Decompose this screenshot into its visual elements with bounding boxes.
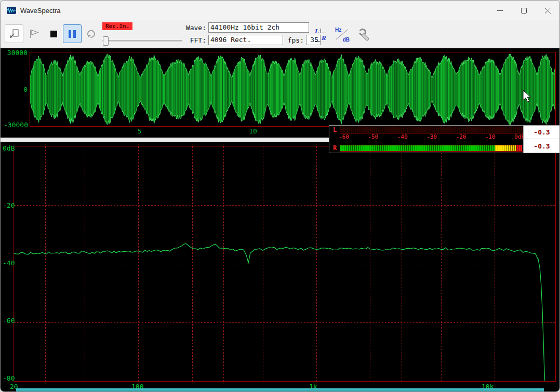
lr-display-button[interactable]: L R — [312, 25, 331, 44]
lr-l-label: L — [315, 27, 319, 35]
wave-x-label-10s: 10 — [247, 127, 259, 135]
meter-values: -0.3 -0.3 — [523, 126, 560, 153]
waveform-panel: 30000 0 -30000 5 10 — [1, 48, 560, 138]
meter-scale-tick: -30 — [426, 133, 437, 140]
play-flag-icon — [28, 28, 39, 39]
spec-y-label-80: -80 — [3, 374, 15, 382]
stop-icon — [50, 31, 57, 37]
wave-format-field[interactable]: 44100Hz 16bit 2ch — [208, 22, 309, 33]
wave-y-label-zero: 0 — [4, 86, 28, 93]
meter-scale-tick: -50 — [368, 133, 378, 140]
spec-y-label-20: -20 — [3, 201, 15, 209]
maximize-icon — [521, 8, 527, 13]
level-meter: L -60 -50 -40 -30 -20 -10 0dB R -0.3 -0.… — [329, 125, 560, 153]
hz-label: Hz — [335, 27, 341, 33]
meter-l-value: -0.3 — [524, 126, 560, 139]
close-button[interactable] — [536, 1, 559, 20]
lr-axis-icon — [321, 29, 326, 33]
wave-x-label-5s: 5 — [135, 127, 145, 135]
play-button[interactable] — [24, 24, 43, 43]
open-input-icon — [8, 28, 20, 39]
waveform-canvas — [30, 52, 555, 126]
meter-led-mask-r — [340, 145, 523, 151]
spectrum-canvas — [14, 146, 555, 381]
wave-y-label-max: 30000 — [4, 49, 28, 57]
minimize-icon — [497, 8, 503, 13]
meter-scale-tick: -10 — [485, 133, 496, 140]
close-icon — [545, 8, 551, 13]
wavespectra-window: WaveSpectra — [0, 0, 560, 392]
slider-thumb[interactable] — [103, 36, 109, 46]
meter-bar-l — [340, 127, 524, 133]
spec-y-label-60: -60 — [3, 317, 15, 325]
meter-scale-tick: -40 — [397, 133, 408, 140]
titlebar: WaveSpectra — [1, 1, 559, 20]
open-input-button[interactable] — [5, 24, 23, 43]
meter-scale-tick: -20 — [456, 133, 466, 140]
wave-y-label-min: -30000 — [4, 121, 28, 129]
wrench-icon — [358, 28, 372, 42]
lr-axis-icon2 — [315, 37, 321, 42]
position-slider[interactable] — [102, 36, 182, 45]
meter-bar-r — [340, 145, 524, 152]
minimize-button[interactable] — [488, 1, 512, 20]
app-icon — [7, 7, 16, 14]
maximize-button[interactable] — [512, 1, 536, 20]
spec-y-label-40: -40 — [3, 259, 15, 267]
taskbar-strip — [16, 388, 544, 392]
meter-scale: -60 -50 -40 -30 -20 -10 0dB — [339, 133, 525, 140]
repeat-button[interactable] — [82, 24, 100, 43]
settings-button[interactable] — [355, 24, 376, 45]
pause-icon — [69, 30, 76, 38]
hz-db-scale-button[interactable]: Hz dB — [333, 25, 352, 44]
spec-y-label-0: 0dB — [3, 144, 15, 152]
window-title: WaveSpectra — [20, 7, 61, 15]
window-controls — [488, 1, 559, 20]
db-label: dB — [343, 37, 350, 43]
meter-scale-tick: -60 — [339, 133, 349, 140]
fps-label: fps: — [284, 36, 304, 44]
pause-button[interactable] — [63, 24, 82, 43]
meter-led-mask-l — [340, 127, 523, 133]
spectrum-panel: 0dB -20 -40 -60 -80 20 100 1k 10k — [1, 142, 560, 392]
meter-l-label: L — [333, 126, 337, 133]
fft-field[interactable]: 4096 Rect. — [208, 35, 283, 45]
meter-r-value: -0.3 — [524, 139, 560, 153]
slider-groove[interactable] — [102, 40, 182, 42]
lr-r-label: R — [322, 34, 326, 42]
fft-label: FFT: — [183, 36, 206, 44]
wave-label: Wave: — [177, 24, 206, 32]
meter-r-label: R — [333, 144, 337, 152]
rec-in-indicator: Rec.In. — [102, 22, 132, 30]
stop-button[interactable] — [44, 24, 63, 43]
toolbar: Rec.In. Wave: 44100Hz 16bit 2ch FFT: 409… — [1, 20, 559, 48]
repeat-arrow-icon — [85, 28, 97, 39]
